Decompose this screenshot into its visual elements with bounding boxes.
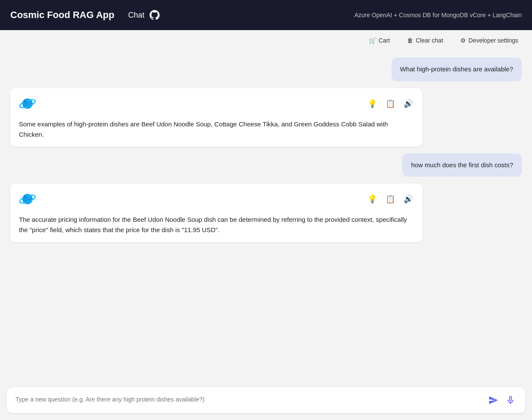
user-message-text: how much does the first dish costs? — [411, 161, 513, 169]
send-icon — [488, 395, 499, 405]
lightbulb-icon: 💡 — [368, 195, 377, 203]
bot-message-text: The accurate pricing information for the… — [19, 215, 414, 235]
bot-message-header: 💡 📋 🔊 — [19, 95, 414, 112]
developer-settings-label: Developer settings — [468, 37, 518, 44]
clipboard-icon: 📋 — [386, 99, 395, 108]
bot-avatar — [19, 190, 36, 208]
mic-button[interactable] — [505, 394, 517, 406]
user-message-text: What high-protein dishes are available? — [400, 65, 514, 73]
svg-point-10 — [29, 197, 30, 198]
speaker-icon: 🔊 — [404, 99, 413, 108]
bot-message-card: 💡 📋 🔊 The accurate pricing information f… — [10, 184, 423, 242]
user-message: how much does the first dish costs? — [402, 153, 522, 177]
user-message-wrapper: What high-protein dishes are available? — [10, 58, 522, 81]
clear-chat-button[interactable]: 🗑 Clear chat — [404, 35, 447, 46]
app-header: Cosmic Food RAG App Chat Azure OpenAI + … — [0, 0, 532, 30]
mic-icon — [505, 395, 516, 405]
developer-settings-button[interactable]: ⚙ Developer settings — [457, 35, 522, 46]
speaker-icon: 🔊 — [404, 195, 413, 203]
gear-icon: ⚙ — [460, 37, 466, 44]
speaker-button[interactable]: 🔊 — [403, 193, 414, 205]
svg-point-4 — [29, 101, 30, 102]
lightbulb-icon: 💡 — [368, 99, 377, 108]
send-button[interactable] — [487, 394, 499, 406]
github-icon[interactable] — [149, 9, 161, 21]
app-title: Cosmic Food RAG App — [10, 9, 114, 21]
clipboard-button[interactable]: 📋 — [385, 193, 396, 205]
clipboard-icon: 📋 — [386, 195, 395, 203]
clear-chat-label: Clear chat — [416, 37, 443, 44]
lightbulb-button[interactable]: 💡 — [367, 98, 378, 109]
chat-label: Chat — [128, 11, 144, 20]
bot-avatar — [19, 95, 36, 112]
bot-message-actions: 💡 📋 🔊 — [367, 193, 414, 205]
user-message-wrapper: how much does the first dish costs? — [10, 153, 522, 177]
bot-message-actions: 💡 📋 🔊 — [367, 98, 414, 109]
lightbulb-button[interactable]: 💡 — [367, 193, 378, 205]
speaker-button[interactable]: 🔊 — [403, 98, 414, 109]
clipboard-button[interactable]: 📋 — [385, 98, 396, 109]
header-chat-section: Chat — [128, 9, 161, 21]
bot-message-header: 💡 📋 🔊 — [19, 190, 414, 208]
cart-icon: 🛒 — [369, 37, 376, 44]
cart-button[interactable]: 🛒 Cart — [365, 35, 393, 46]
tech-stack-label: Azure OpenAI + Cosmos DB for MongoDB vCo… — [354, 12, 522, 18]
bot-message-card: 💡 📋 🔊 Some examples of high-protein dish… — [10, 88, 423, 147]
input-area — [7, 387, 525, 413]
cart-label: Cart — [379, 37, 390, 44]
chat-input[interactable] — [15, 396, 482, 406]
bot-message-text: Some examples of high-protein dishes are… — [19, 119, 414, 140]
trash-icon: 🗑 — [407, 37, 413, 44]
user-message: What high-protein dishes are available? — [392, 58, 522, 81]
chat-area: What high-protein dishes are available? … — [0, 51, 532, 382]
toolbar: 🛒 Cart 🗑 Clear chat ⚙ Developer settings — [0, 30, 532, 51]
